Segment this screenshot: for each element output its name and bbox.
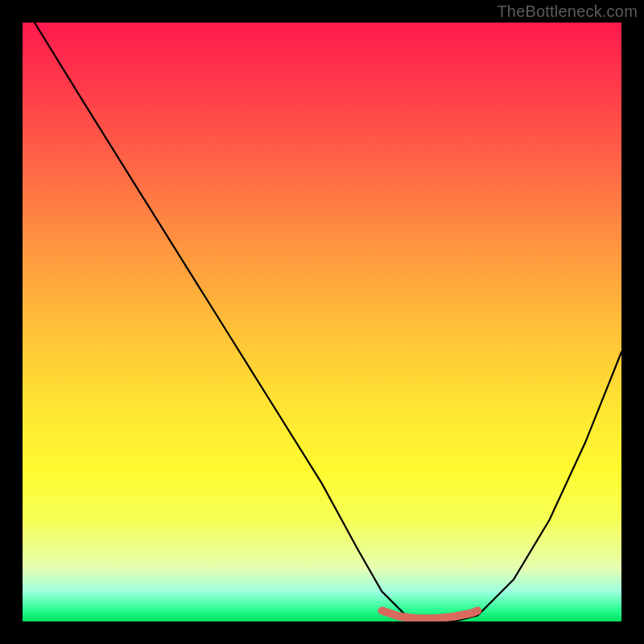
chart-frame: TheBottleneck.com xyxy=(0,0,644,644)
bottleneck-curve xyxy=(35,23,621,621)
attribution-text: TheBottleneck.com xyxy=(497,2,638,21)
plot-area xyxy=(23,23,621,621)
chart-svg xyxy=(23,23,621,621)
flat-bottom-marker xyxy=(382,611,477,619)
